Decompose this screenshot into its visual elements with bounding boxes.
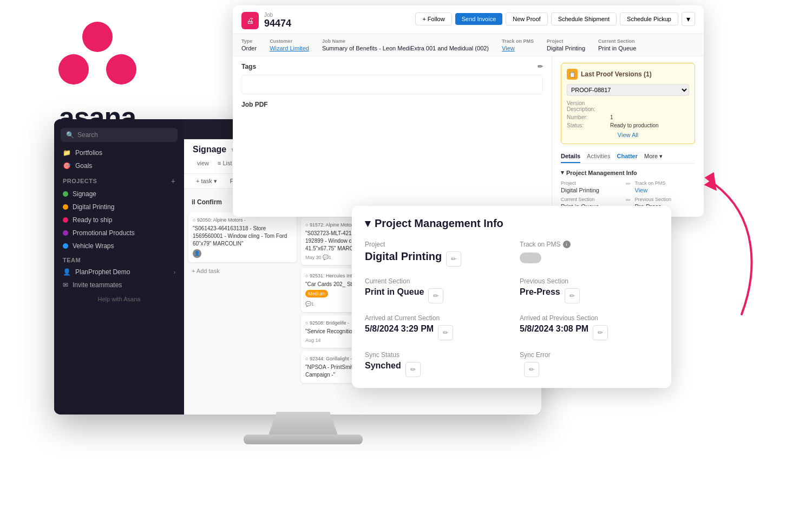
large-arrived-current-row: 5/8/2024 3:29 PM ✏ xyxy=(365,324,503,340)
meta-type: Type Order xyxy=(241,38,257,51)
proof-number-value: 1 xyxy=(610,114,613,120)
job-pdf-title: Job PDF xyxy=(241,101,543,108)
job-label: Job xyxy=(264,12,291,18)
track-pms-value[interactable]: View xyxy=(502,45,534,51)
team-section-header: Team xyxy=(54,252,184,266)
sidebar-item-promotional[interactable]: Promotional Products xyxy=(54,226,184,239)
activities-tab[interactable]: Activities xyxy=(587,151,610,163)
table-row[interactable]: ○ 92050: Alpine Motors - "S061423-464163… xyxy=(188,212,297,262)
sidebar-item-goals[interactable]: 🎯 Goals xyxy=(54,159,184,172)
tags-area[interactable] xyxy=(241,75,543,94)
large-field-arrived-current: Arrived at Current Section 5/8/2024 3:29… xyxy=(365,314,503,340)
large-field-current-section: Current Section Print in Queue ✏ xyxy=(365,277,503,303)
schedule-shipment-btn[interactable]: Schedule Shipment xyxy=(551,12,617,25)
pmi-project-value: Digital Printing xyxy=(561,187,621,193)
job-icon-symbol: 🖨 xyxy=(246,16,254,25)
schedule-pickup-btn[interactable]: Schedule Pickup xyxy=(620,12,678,25)
proof-version-select[interactable]: PROOF-08817 xyxy=(567,84,689,96)
large-project-edit[interactable]: ✏ xyxy=(446,251,461,267)
more-btn[interactable]: ▾ xyxy=(682,12,695,26)
job-panel-header: 🖨 Job 94474 + Follow Send Invoice New Pr… xyxy=(233,5,704,34)
large-arrived-prev-row: 5/8/2024 3:08 PM ✏ xyxy=(520,324,658,340)
tags-edit-icon[interactable]: ✏ xyxy=(538,63,543,70)
large-current-edit[interactable]: ✏ xyxy=(428,288,443,303)
project-title: Signage xyxy=(193,145,226,154)
pmi-field-project: Project Digital Printing xyxy=(561,180,621,193)
add-task-dropdown[interactable]: + task ▾ xyxy=(193,177,220,186)
add-project-btn[interactable]: + xyxy=(171,177,175,185)
digital-printing-dot xyxy=(63,204,68,210)
job-name-label: Job Name xyxy=(322,38,489,44)
sidebar-item-ready-to-ship[interactable]: Ready to ship xyxy=(54,213,184,226)
details-tab[interactable]: Details xyxy=(561,151,580,163)
large-field-sync-error: Sync Error ✏ xyxy=(520,351,658,377)
large-sync-error-edit[interactable]: ✏ xyxy=(524,362,539,377)
card-avatar: 👤 xyxy=(193,249,201,258)
job-meta-row: Type Order Customer Wizard Limited Job N… xyxy=(233,34,704,56)
sidebar-item-portfolios[interactable]: 📁 Portfolios xyxy=(54,146,184,159)
large-project-label: Project xyxy=(365,241,503,248)
sidebar-item-team-member[interactable]: 👤 PlanProphet Demo › xyxy=(54,266,184,279)
job-right-panel: 📋 Last Proof Versions (1) PROOF-08817 Ve… xyxy=(552,56,704,213)
large-panel-title: ▾ Project Management Info xyxy=(365,217,658,230)
customer-value[interactable]: Wizard Limited xyxy=(270,45,309,51)
project-label: Project xyxy=(547,38,585,44)
pmi-project-edit[interactable]: ✏ xyxy=(626,180,631,193)
pmi-header: ▾ Project Management Info xyxy=(561,169,695,176)
follow-btn[interactable]: + Follow xyxy=(415,12,451,25)
type-label: Type xyxy=(241,38,257,44)
signage-label: Signage xyxy=(73,190,96,198)
sidebar-search[interactable]: 🔍 Search xyxy=(61,128,178,142)
invite-icon: ✉ xyxy=(63,281,68,289)
expand-icon: › xyxy=(174,269,175,275)
sidebar-goals-label: Goals xyxy=(75,162,92,170)
sidebar-item-signage[interactable]: Signage xyxy=(54,187,184,200)
card-number: ○ 92050: Alpine Motors - xyxy=(193,217,292,224)
view-all-btn[interactable]: View All xyxy=(567,132,689,138)
meta-current-section: Current Section Print in Queue xyxy=(598,38,636,51)
column-il-confirm: il Confirm 2 + ··· ○ 92050: Alpine Motor… xyxy=(188,195,297,408)
sidebar-item-digital-printing[interactable]: Digital Printing xyxy=(54,200,184,213)
tags-section-title: Tags ✏ xyxy=(241,63,543,70)
large-arrived-prev-label: Arrived at Previous Section xyxy=(520,314,658,322)
large-field-project: Project Digital Printing ✏ xyxy=(365,241,503,267)
large-arrived-prev-edit[interactable]: ✏ xyxy=(593,325,608,340)
large-arrived-current-edit[interactable]: ✏ xyxy=(438,325,453,340)
more-tab[interactable]: More ▾ xyxy=(644,151,663,163)
sidebar-help[interactable]: Help with Asana xyxy=(54,294,184,305)
svg-point-2 xyxy=(106,54,136,85)
job-pdf-label: Job PDF xyxy=(241,101,268,108)
large-panel: ▾ Project Management Info Project Digita… xyxy=(352,206,671,388)
large-current-row: Print in Queue ✏ xyxy=(365,287,503,303)
large-sync-value: Synched xyxy=(365,361,401,371)
card-tag: Medium xyxy=(305,290,328,298)
new-proof-btn[interactable]: New Proof xyxy=(506,12,547,25)
proof-icon: 📋 xyxy=(567,69,578,80)
track-pms-label: Track on PMS xyxy=(502,38,534,44)
meta-project: Project Digital Printing xyxy=(547,38,585,51)
customer-label: Customer xyxy=(270,38,309,44)
sidebar-item-vehicle[interactable]: Vehicle Wraps xyxy=(54,239,184,252)
tags-label: Tags xyxy=(241,63,256,70)
job-number: 94474 xyxy=(264,18,291,29)
send-invoice-btn[interactable]: Send Invoice xyxy=(455,13,503,25)
version-desc-label: Version Description: xyxy=(567,100,610,112)
large-sync-edit[interactable]: ✏ xyxy=(405,362,421,377)
projects-section-header: Projects xyxy=(63,178,97,184)
sidebar-invite-teammates[interactable]: ✉ Invite teammates xyxy=(54,279,184,292)
detail-tabs: Details Activities Chatter More ▾ xyxy=(561,151,695,164)
pmi-track-value[interactable]: View xyxy=(635,187,696,193)
add-task-btn[interactable]: + Add task xyxy=(188,266,297,276)
track-pms-toggle[interactable] xyxy=(520,252,541,263)
chatter-tab[interactable]: Chatter xyxy=(617,151,638,163)
large-arrived-current-value: 5/8/2024 3:29 PM xyxy=(365,324,434,334)
large-sync-label: Sync Status xyxy=(365,351,503,359)
large-sync-error-row: ✏ xyxy=(520,361,658,377)
tab-view[interactable]: view xyxy=(193,158,213,169)
ready-to-ship-label: Ready to ship xyxy=(73,216,112,224)
job-header-actions: + Follow Send Invoice New Proof Schedule… xyxy=(415,12,695,26)
pmi-chevron: ▾ xyxy=(561,169,564,176)
large-previous-row: Pre-Press ✏ xyxy=(520,287,658,303)
large-previous-edit[interactable]: ✏ xyxy=(565,288,580,303)
large-panel-chevron: ▾ xyxy=(365,217,370,230)
